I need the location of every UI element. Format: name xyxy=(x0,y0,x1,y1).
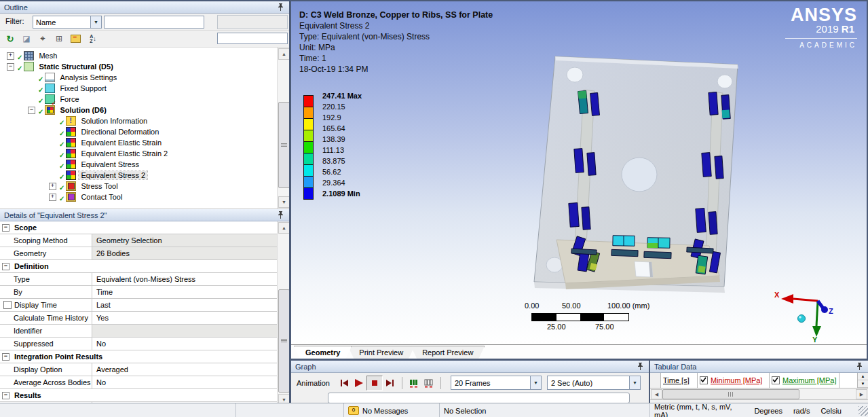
collapse-folder-icon[interactable] xyxy=(69,33,81,45)
tree-item-directional-deformation[interactable]: ✓Directional Deformation xyxy=(0,126,278,137)
collapse-icon[interactable]: − xyxy=(2,263,10,270)
outline-toolbar-input[interactable] xyxy=(217,33,288,44)
status-messages[interactable]: 0 No Messages xyxy=(344,403,440,417)
skip-to-start-button[interactable] xyxy=(337,376,352,390)
collapse-icon[interactable]: − xyxy=(2,224,10,232)
display-time-checkbox[interactable] xyxy=(3,301,12,309)
sort-az-icon[interactable]: AZ↓ xyxy=(87,33,99,45)
unit-label[interactable]: rad/s xyxy=(793,407,810,415)
tree-item-equivalent-elastic-strain-2[interactable]: ✓Equivalent Elastic Strain 2 xyxy=(0,148,278,159)
tree-item-solution-information[interactable]: ✓Solution Information xyxy=(0,115,278,126)
pin-icon[interactable] xyxy=(637,363,645,371)
scroll-up-icon[interactable]: ▲ xyxy=(278,48,289,60)
collapse-icon[interactable]: − xyxy=(2,353,10,361)
legend-band xyxy=(303,176,314,188)
details-scrollbar[interactable]: ▲ ▼ xyxy=(277,221,289,406)
play-button[interactable] xyxy=(352,376,366,390)
tree-item-analysis-settings[interactable]: ✓Analysis Settings xyxy=(0,72,278,83)
details-scroll-thumb[interactable] xyxy=(278,289,289,393)
ansys-edition: ACADEMIC xyxy=(785,41,857,49)
details-value[interactable]: No xyxy=(92,338,278,350)
column-maximum[interactable]: Maximum [MPa] xyxy=(770,373,839,388)
spin-down-icon[interactable]: ▼ xyxy=(858,380,868,388)
scale-bar xyxy=(531,313,629,321)
chevron-down-icon[interactable]: ▼ xyxy=(90,16,101,28)
unit-label[interactable]: Metric (mm, t, N, s, mV, mA) xyxy=(654,403,743,417)
tab-report-preview[interactable]: Report Preview xyxy=(411,346,485,359)
check-icon: ✓ xyxy=(17,54,22,61)
column-minimum[interactable]: Minimum [MPa] xyxy=(698,373,770,388)
minimum-checkbox[interactable] xyxy=(700,376,708,384)
legend-band xyxy=(303,107,314,119)
frames-select[interactable]: 20 Frames ▼ xyxy=(451,376,542,390)
unit-label[interactable]: Degrees xyxy=(754,407,782,415)
filter-text-input[interactable] xyxy=(104,16,204,29)
tree-scrollbar[interactable]: ▲ ▼ xyxy=(277,48,289,208)
animation-timeline[interactable] xyxy=(328,393,630,403)
check-icon: ✓ xyxy=(59,162,64,170)
stop-button[interactable] xyxy=(366,376,383,391)
chevron-down-icon[interactable]: ▼ xyxy=(530,376,541,389)
result-sets-histogram-icon[interactable] xyxy=(407,376,421,390)
tree-item-solution-d6-[interactable]: −✓Solution (D6) xyxy=(0,105,278,115)
tree-item-force[interactable]: ✓Force xyxy=(0,94,278,105)
pin-icon[interactable] xyxy=(278,3,285,12)
collapse-icon[interactable]: − xyxy=(2,392,10,399)
status-units[interactable]: Metric (mm, t, N, s, mV, mA)Degreesrad/s… xyxy=(650,403,856,417)
tree-item-fixed-support[interactable]: ✓Fixed Support xyxy=(0,83,278,94)
scale-label: 50.00 xyxy=(562,302,581,310)
details-value[interactable]: Equivalent (von-Mises) Stress xyxy=(92,273,278,285)
tabular-scroll-thumb[interactable] xyxy=(662,389,799,399)
collapse-icon[interactable]: − xyxy=(7,63,14,71)
tabular-hscrollbar[interactable]: ◀ ▶ xyxy=(650,388,868,400)
scroll-down-icon[interactable]: ▼ xyxy=(278,196,289,208)
expand-icon[interactable]: + xyxy=(49,194,56,201)
filter-type-select[interactable]: Name ▼ xyxy=(33,16,102,29)
expand-icon[interactable]: + xyxy=(7,52,14,60)
spin-up-icon[interactable]: ▲ xyxy=(858,373,868,380)
details-value[interactable]: Time xyxy=(92,286,278,298)
details-row-calculate-time-history: Calculate Time HistoryYes xyxy=(0,312,278,325)
tree-item-equivalent-stress-2[interactable]: ✓Equivalent Stress 2 xyxy=(0,170,278,181)
skip-to-end-button[interactable] xyxy=(383,376,398,390)
details-value[interactable]: No xyxy=(92,376,278,388)
tree-scroll-thumb[interactable] xyxy=(278,102,289,188)
resize-grip[interactable] xyxy=(858,406,868,416)
details-value[interactable]: Yes xyxy=(92,312,278,324)
collapse-icon[interactable]: − xyxy=(28,107,35,114)
probe-icon[interactable]: ⌖ xyxy=(37,33,49,45)
scroll-right-icon[interactable]: ▶ xyxy=(856,389,867,399)
result-name: Equivalent Stress 2 xyxy=(299,20,493,31)
maximum-checkbox[interactable] xyxy=(772,376,780,384)
tree-item-equivalent-elastic-strain[interactable]: ✓Equivalent Elastic Strain xyxy=(0,137,278,148)
tab-print-preview[interactable]: Print Preview xyxy=(347,346,415,359)
tree-item-static-structural-d5-[interactable]: −✓Static Structural (D5) xyxy=(0,61,278,72)
details-value[interactable]: Last xyxy=(92,299,278,311)
time-decay-histogram-icon[interactable] xyxy=(421,376,436,390)
duration-select[interactable]: 2 Sec (Auto) ▼ xyxy=(547,376,641,390)
tree-item-label: Solution (D6) xyxy=(58,106,108,114)
geometry-viewport[interactable]: X Y Z D: C3 Weld Bronze, Copper to Ribs,… xyxy=(291,1,867,344)
column-time[interactable]: Time [s] xyxy=(661,373,698,388)
chevron-down-icon[interactable]: ▼ xyxy=(629,376,640,389)
details-value[interactable]: Averaged xyxy=(92,363,278,376)
expand-icon[interactable]: + xyxy=(49,183,56,190)
scroll-left-icon[interactable]: ◀ xyxy=(651,389,662,399)
check-icon: ✓ xyxy=(38,86,43,94)
tree-item-label: Mesh xyxy=(37,52,59,60)
tree-item-label: Equivalent Elastic Strain 2 xyxy=(79,149,170,158)
row-spinner[interactable]: ▲▼ xyxy=(857,373,868,388)
unit-label[interactable]: Celsiu xyxy=(820,407,842,415)
tree-item-contact-tool[interactable]: +✓Contact Tool xyxy=(0,192,278,202)
pin-icon[interactable] xyxy=(856,363,864,371)
legend-band xyxy=(303,130,314,142)
expand-all-icon[interactable]: ⊞ xyxy=(53,33,65,45)
pin-icon[interactable] xyxy=(278,211,285,219)
tree-item-mesh[interactable]: +✓Mesh xyxy=(0,50,278,61)
scroll-up-icon[interactable]: ▲ xyxy=(278,222,289,234)
tab-geometry[interactable]: Geometry xyxy=(294,346,352,359)
tree-item-equivalent-stress[interactable]: ✓Equivalent Stress xyxy=(0,159,278,170)
refresh-icon[interactable]: ↻ xyxy=(4,33,16,45)
tree-item-stress-tool[interactable]: +✓Stress Tool xyxy=(0,181,278,192)
clear-filter-icon[interactable]: ◪ xyxy=(20,33,33,45)
